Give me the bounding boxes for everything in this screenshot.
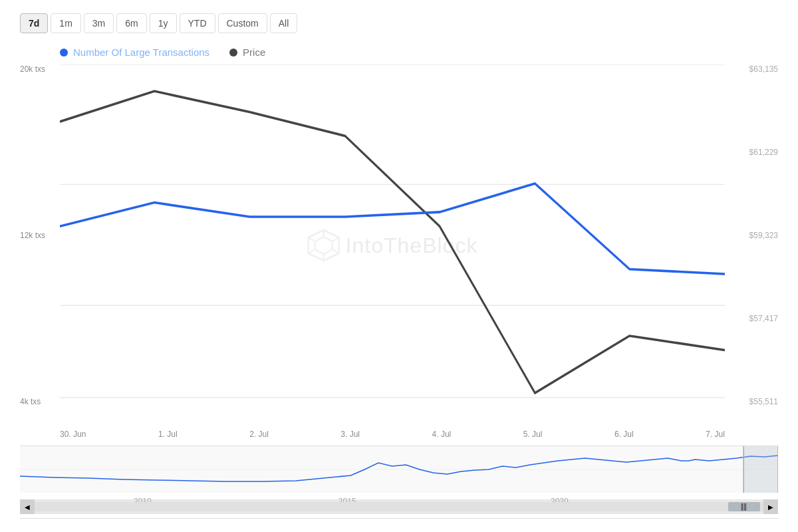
btn-custom[interactable]: Custom <box>218 13 267 33</box>
price-line <box>60 91 725 393</box>
chart-navigator: 2010 2015 2020 <box>20 446 778 519</box>
y-axis-right: $63,135 $61,229 $59,323 $57,417 $55,511 <box>725 65 778 426</box>
btn-ytd[interactable]: YTD <box>180 13 215 33</box>
nav-scrollbar: ◀ ▐▌ ▶ <box>20 499 778 514</box>
y-label-r4: $57,417 <box>749 314 778 323</box>
legend-item-price: Price <box>229 47 265 58</box>
x-axis: 30. Jun 1. Jul 2. Jul 3. Jul 4. Jul 5. J… <box>20 426 778 439</box>
legend-dot-price <box>229 49 237 57</box>
nav-scroll-track: ▐▌ <box>35 502 763 511</box>
main-chart-area: 20k txs 12k txs 4k txs <box>20 65 778 426</box>
x-label-5: 5. Jul <box>523 430 543 439</box>
nav-thumb-handle: ▐▌ <box>739 503 749 510</box>
y-label-top-left: 20k txs <box>20 65 45 74</box>
legend-dot-transactions <box>60 49 68 57</box>
x-label-6: 6. Jul <box>614 430 634 439</box>
main-container: 7d 1m 3m 6m 1y YTD Custom All Number Of … <box>0 0 798 532</box>
y-label-r3: $59,323 <box>749 231 778 240</box>
btn-3m[interactable]: 3m <box>84 13 114 33</box>
time-range-toolbar: 7d 1m 3m 6m 1y YTD Custom All <box>20 13 778 33</box>
nav-scroll-thumb[interactable]: ▐▌ <box>728 502 760 511</box>
x-label-2: 2. Jul <box>249 430 269 439</box>
nav-svg <box>20 446 778 493</box>
y-label-mid-left: 12k txs <box>20 231 45 240</box>
btn-6m[interactable]: 6m <box>116 13 146 33</box>
btn-all[interactable]: All <box>270 13 298 33</box>
x-label-1: 1. Jul <box>158 430 178 439</box>
nav-arrow-right[interactable]: ▶ <box>763 499 778 514</box>
y-axis-left: 20k txs 12k txs 4k txs <box>20 65 60 426</box>
svg-rect-14 <box>743 446 778 493</box>
legend-label-price: Price <box>243 47 265 58</box>
x-label-7: 7. Jul <box>706 430 725 439</box>
chart-legend: Number Of Large Transactions Price <box>20 47 778 58</box>
nav-arrow-left[interactable]: ◀ <box>20 499 35 514</box>
y-label-r2: $61,229 <box>749 148 778 157</box>
btn-7d[interactable]: 7d <box>20 13 48 33</box>
legend-item-transactions: Number Of Large Transactions <box>60 47 209 58</box>
y-label-r1: $63,135 <box>749 65 778 74</box>
btn-1y[interactable]: 1y <box>150 13 177 33</box>
btn-1m[interactable]: 1m <box>51 13 80 33</box>
y-label-r5: $55,511 <box>749 397 778 406</box>
legend-label-transactions: Number Of Large Transactions <box>73 47 209 58</box>
y-label-bot-left: 4k txs <box>20 397 41 406</box>
chart-body: IntoTheBlock <box>60 65 725 426</box>
main-chart-svg <box>60 65 725 426</box>
transactions-line <box>60 184 725 274</box>
chart-wrapper: 20k txs 12k txs 4k txs <box>20 65 778 519</box>
x-label-3: 3. Jul <box>340 430 360 439</box>
x-label-4: 4. Jul <box>432 430 452 439</box>
x-label-0: 30. Jun <box>60 430 86 439</box>
nav-chart-area: 2010 2015 2020 <box>20 446 778 499</box>
